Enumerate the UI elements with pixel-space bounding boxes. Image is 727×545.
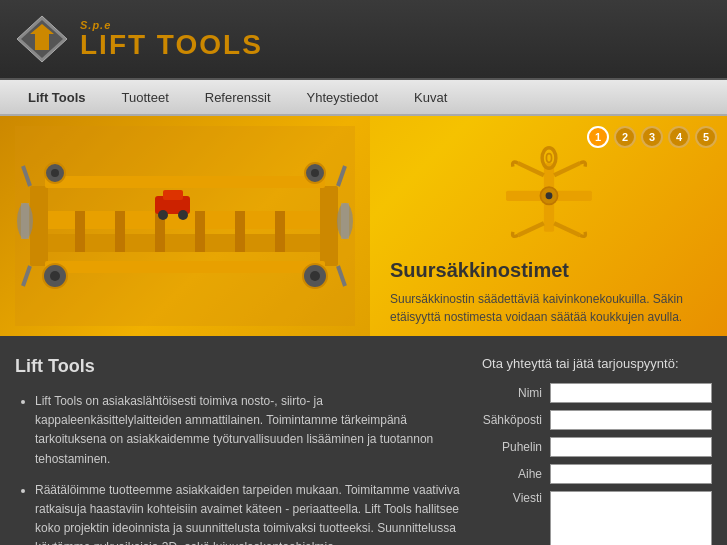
form-row-puhelin: Puhelin: [482, 437, 712, 457]
svg-rect-31: [341, 203, 349, 239]
svg-rect-8: [75, 211, 85, 252]
svg-rect-7: [320, 186, 338, 266]
left-content: Lift Tools Lift Tools on asiakaslähtöise…: [15, 356, 462, 545]
svg-rect-6: [30, 186, 48, 266]
nav-item-tuotteet[interactable]: Tuotteet: [104, 82, 187, 113]
svg-line-41: [554, 163, 580, 175]
form-row-viesti: Viesti: [482, 491, 712, 545]
svg-line-43: [554, 223, 580, 235]
svg-rect-13: [275, 211, 285, 252]
form-title: Ota yhteyttä tai jätä tarjouspyyntö:: [482, 356, 712, 371]
main-content: Lift Tools Lift Tools on asiakaslähtöise…: [0, 336, 727, 545]
form-label-sahkoposti: Sähköposti: [482, 413, 542, 427]
form-row-nimi: Nimi: [482, 383, 712, 403]
svg-rect-9: [115, 211, 125, 252]
carousel-dot-5[interactable]: 5: [695, 126, 717, 148]
hero-text: Suursäkkinostimet Suursäkkinostin säädet…: [390, 259, 707, 326]
carousel-dot-3[interactable]: 3: [641, 126, 663, 148]
list-item: Lift Tools on asiakaslähtöisesti toimiva…: [35, 392, 462, 469]
hero-title: Suursäkkinostimet: [390, 259, 707, 282]
content-title: Lift Tools: [15, 356, 462, 377]
svg-point-27: [178, 210, 188, 220]
logo-icon: [15, 12, 70, 67]
nav: Lift Tools Tuotteet Referenssit Yhteysti…: [0, 80, 727, 116]
svg-rect-30: [21, 203, 29, 239]
nav-item-yhteystiedot[interactable]: Yhteystiedot: [289, 82, 397, 113]
form-label-puhelin: Puhelin: [482, 440, 542, 454]
nav-item-lift-tools[interactable]: Lift Tools: [10, 82, 104, 113]
svg-point-19: [310, 271, 320, 281]
svg-point-21: [51, 169, 59, 177]
hero-image-left: [0, 116, 370, 336]
nav-item-kuvat[interactable]: Kuvat: [396, 82, 465, 113]
sahkoposti-input[interactable]: [550, 410, 712, 430]
logo-text-container: S.p.e LIFT TOOLS: [80, 19, 263, 59]
logo-title: LIFT TOOLS: [80, 31, 263, 59]
svg-rect-12: [235, 211, 245, 252]
carousel-dot-1[interactable]: 1: [587, 126, 609, 148]
carousel-dot-2[interactable]: 2: [614, 126, 636, 148]
viesti-textarea[interactable]: [550, 491, 712, 545]
svg-point-23: [311, 169, 319, 177]
svg-point-26: [158, 210, 168, 220]
hero-description: Suursäkkinostin säädettäviä kaivinkoneko…: [390, 290, 707, 326]
svg-line-40: [518, 163, 544, 175]
svg-line-42: [518, 223, 544, 235]
aihe-input[interactable]: [550, 464, 712, 484]
header: S.p.e LIFT TOOLS: [0, 0, 727, 80]
svg-rect-11: [195, 211, 205, 252]
svg-rect-14: [45, 176, 325, 188]
hook-product-icon: [469, 146, 629, 249]
hero-banner: 1 2 3 4 5: [0, 116, 727, 336]
form-row-aihe: Aihe: [482, 464, 712, 484]
carousel-dot-4[interactable]: 4: [668, 126, 690, 148]
form-label-aihe: Aihe: [482, 467, 542, 481]
svg-point-17: [50, 271, 60, 281]
list-item: Räätälöimme tuotteemme asiakkaiden tarpe…: [35, 481, 462, 545]
svg-point-45: [545, 192, 552, 199]
form-label-nimi: Nimi: [482, 386, 542, 400]
form-label-viesti: Viesti: [482, 491, 542, 505]
puhelin-input[interactable]: [550, 437, 712, 457]
form-row-sahkoposti: Sähköposti: [482, 410, 712, 430]
lift-conveyor-icon: [15, 126, 355, 326]
svg-point-39: [546, 154, 551, 163]
content-bullets: Lift Tools on asiakaslähtöisesti toimiva…: [15, 392, 462, 545]
nimi-input[interactable]: [550, 383, 712, 403]
contact-form: Ota yhteyttä tai jätä tarjouspyyntö: Nim…: [482, 356, 712, 545]
nav-item-referenssit[interactable]: Referenssit: [187, 82, 289, 113]
logo-container: S.p.e LIFT TOOLS: [15, 12, 263, 67]
svg-rect-25: [163, 190, 183, 200]
svg-rect-15: [45, 261, 325, 273]
hero-right: 1 2 3 4 5: [370, 116, 727, 336]
carousel-dots[interactable]: 1 2 3 4 5: [587, 126, 717, 148]
